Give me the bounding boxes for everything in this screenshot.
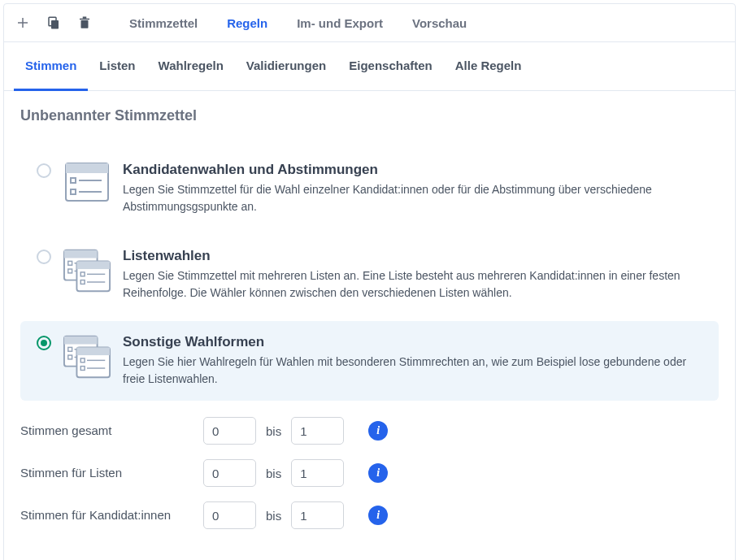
svg-rect-8 — [66, 163, 108, 173]
option-desc: Legen Sie hier Wahlregeln für Wahlen mit… — [123, 354, 702, 388]
vote-range-rows: Stimmen gesamt bis i Stimmen für Listen … — [20, 417, 719, 529]
page-title: Unbenannter Stimmzettel — [20, 107, 719, 124]
svg-rect-6 — [83, 17, 87, 19]
svg-rect-14 — [64, 250, 98, 258]
option-title: Sonstige Wahlformen — [123, 334, 702, 350]
row-total-votes: Stimmen gesamt bis i — [20, 417, 719, 445]
to-input[interactable] — [291, 417, 344, 445]
option-desc: Legen Sie Stimmzettel für die Wahl einze… — [123, 181, 702, 215]
to-input[interactable] — [291, 459, 344, 487]
row-label: Stimmen für Listen — [20, 465, 203, 481]
option-list-elections[interactable]: Listenwahlen Legen Sie Stimmzettel mit m… — [20, 235, 719, 315]
row-candidate-votes: Stimmen für Kandidat:innen bis i — [20, 501, 719, 529]
svg-rect-5 — [80, 19, 89, 20]
ballot-config-panel: Stimmzettel Regeln Im- und Export Vorsch… — [3, 3, 736, 560]
tab-election-rules[interactable]: Wahlregeln — [147, 42, 235, 90]
tab-validations[interactable]: Validierungen — [235, 42, 337, 90]
ballot-list-icon — [63, 248, 111, 293]
option-title: Listenwahlen — [123, 248, 702, 264]
from-input[interactable] — [203, 417, 256, 445]
nav-ballot[interactable]: Stimmzettel — [118, 11, 209, 35]
from-input[interactable] — [203, 459, 256, 487]
tab-lists[interactable]: Listen — [88, 42, 146, 90]
option-title: Kandidatenwahlen und Abstimmungen — [123, 162, 702, 178]
tab-votes[interactable]: Stimmen — [14, 42, 88, 91]
content-section: Unbenannter Stimmzettel Kandidatenwahlen… — [4, 91, 735, 560]
info-icon[interactable]: i — [368, 463, 388, 483]
to-input[interactable] — [291, 501, 344, 529]
row-list-votes: Stimmen für Listen bis i — [20, 459, 719, 487]
info-icon[interactable]: i — [368, 506, 388, 525]
radio-icon[interactable] — [37, 250, 51, 264]
svg-rect-20 — [76, 261, 110, 269]
main-toolbar: Stimmzettel Regeln Im- und Export Vorsch… — [4, 4, 735, 42]
between-word: bis — [266, 424, 281, 438]
svg-rect-32 — [76, 347, 110, 355]
row-label: Stimmen für Kandidat:innen — [20, 507, 203, 523]
option-other-forms[interactable]: Sonstige Wahlformen Legen Sie hier Wahlr… — [20, 321, 719, 401]
between-word: bis — [266, 467, 281, 480]
svg-rect-2 — [51, 20, 59, 29]
delete-icon[interactable] — [72, 11, 97, 35]
svg-rect-26 — [64, 336, 98, 345]
option-candidate-elections[interactable]: Kandidatenwahlen und Abstimmungen Legen … — [20, 149, 719, 228]
tab-all-rules[interactable]: Alle Regeln — [444, 42, 533, 90]
ballot-single-icon — [63, 162, 111, 204]
ballot-other-icon — [63, 334, 111, 380]
from-input[interactable] — [203, 501, 256, 529]
radio-icon[interactable] — [37, 163, 51, 178]
row-label: Stimmen gesamt — [20, 423, 203, 439]
nav-import-export[interactable]: Im- und Export — [285, 11, 394, 35]
svg-rect-4 — [81, 20, 89, 28]
nav-preview[interactable]: Vorschau — [401, 11, 478, 35]
sub-tabs: Stimmen Listen Wahlregeln Validierungen … — [4, 42, 735, 91]
option-desc: Legen Sie Stimmzettel mit mehreren Liste… — [123, 267, 702, 302]
nav-rules[interactable]: Regeln — [215, 11, 279, 35]
add-icon[interactable] — [11, 11, 35, 35]
copy-icon[interactable] — [41, 11, 66, 35]
tab-properties[interactable]: Eigenschaften — [337, 42, 444, 90]
between-word: bis — [266, 509, 281, 523]
info-icon[interactable]: i — [368, 421, 388, 441]
radio-icon[interactable] — [37, 336, 51, 350]
